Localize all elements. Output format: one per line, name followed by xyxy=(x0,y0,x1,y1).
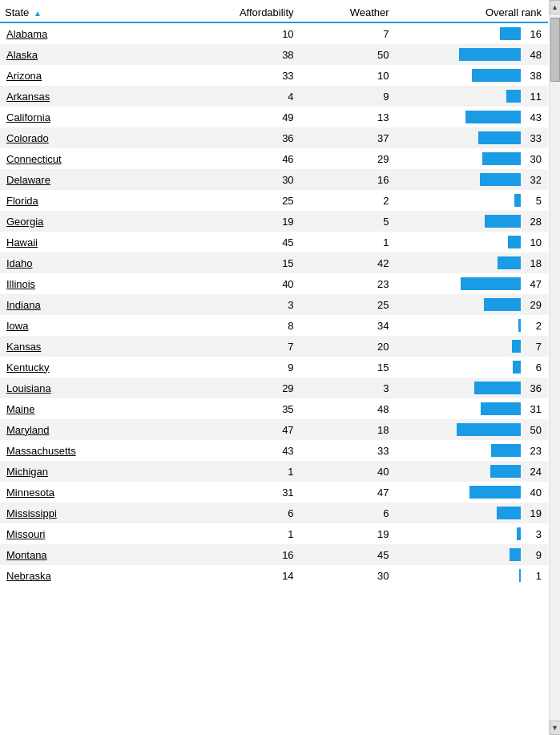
state-cell[interactable]: Maine xyxy=(0,398,191,419)
table-row: Florida2525 xyxy=(0,190,548,211)
rank-number: 9 xyxy=(524,549,542,561)
weather-cell: 15 xyxy=(310,357,405,378)
rank-number: 6 xyxy=(524,361,542,374)
rank-number: 5 xyxy=(524,195,542,207)
state-cell[interactable]: Alabama xyxy=(0,22,191,44)
rank-number: 43 xyxy=(524,111,542,123)
rank-bar xyxy=(472,69,521,82)
table-row: Connecticut462930 xyxy=(0,148,548,169)
state-cell[interactable]: Minnesota xyxy=(0,482,191,503)
overall-cell: 47 xyxy=(405,273,548,294)
table-row: Arkansas4911 xyxy=(0,86,548,107)
weather-cell: 5 xyxy=(310,211,405,232)
table-row: Mississippi6619 xyxy=(0,503,548,523)
sort-icon: ▲ xyxy=(34,9,42,18)
rank-number: 7 xyxy=(524,341,542,353)
state-cell[interactable]: Colorado xyxy=(0,127,191,148)
state-cell[interactable]: Idaho xyxy=(0,252,191,273)
affordability-cell: 36 xyxy=(191,127,310,148)
rank-bar xyxy=(481,402,521,415)
rank-number: 38 xyxy=(524,70,542,82)
weather-header[interactable]: Weather xyxy=(310,0,405,22)
state-cell[interactable]: Hawaii xyxy=(0,232,191,252)
overall-header[interactable]: Overall rank xyxy=(405,0,548,22)
state-cell[interactable]: Mississippi xyxy=(0,503,191,523)
overall-cell: 38 xyxy=(405,65,548,86)
overall-cell: 30 xyxy=(405,148,548,169)
rank-number: 1 xyxy=(524,570,542,582)
table-row: California491343 xyxy=(0,107,548,127)
rank-number: 40 xyxy=(524,487,542,499)
rank-number: 16 xyxy=(524,28,542,40)
state-cell[interactable]: Florida xyxy=(0,190,191,211)
state-header-label: State xyxy=(5,6,29,18)
state-cell[interactable]: Michigan xyxy=(0,461,191,482)
overall-cell: 11 xyxy=(405,86,548,107)
state-cell[interactable]: Indiana xyxy=(0,294,191,315)
state-cell[interactable]: Iowa xyxy=(0,315,191,336)
weather-cell: 9 xyxy=(310,86,405,107)
rank-number: 50 xyxy=(524,424,542,436)
affordability-header[interactable]: Affordability xyxy=(191,0,310,22)
overall-cell: 5 xyxy=(405,190,548,211)
rank-bar xyxy=(498,256,521,269)
table-row: Hawaii45110 xyxy=(0,232,548,252)
affordability-cell: 14 xyxy=(191,565,310,586)
state-cell[interactable]: Kansas xyxy=(0,336,191,357)
table-row: Idaho154218 xyxy=(0,252,548,273)
scrollbar-thumb[interactable] xyxy=(550,18,560,82)
table-row: Missouri1193 xyxy=(0,523,548,544)
state-cell[interactable]: Montana xyxy=(0,544,191,565)
state-header[interactable]: State ▲ xyxy=(0,0,191,22)
rank-bar xyxy=(480,173,521,186)
table-row: Kansas7207 xyxy=(0,336,548,357)
state-cell[interactable]: Maryland xyxy=(0,419,191,440)
rank-bar xyxy=(469,486,521,499)
state-cell[interactable]: Nebraska xyxy=(0,565,191,586)
weather-cell: 48 xyxy=(310,398,405,419)
scrollbar-track[interactable] xyxy=(550,14,561,735)
weather-cell: 42 xyxy=(310,252,405,273)
table-row: Arizona331038 xyxy=(0,65,548,86)
state-cell[interactable]: Louisiana xyxy=(0,378,191,398)
rank-bar xyxy=(517,527,521,540)
scroll-down-button[interactable]: ▼ xyxy=(550,721,561,735)
state-cell[interactable]: Illinois xyxy=(0,273,191,294)
rank-number: 48 xyxy=(524,49,542,61)
weather-cell: 37 xyxy=(310,127,405,148)
rank-bar xyxy=(465,111,521,123)
affordability-cell: 49 xyxy=(191,107,310,127)
rank-bar xyxy=(457,423,521,436)
affordability-cell: 3 xyxy=(191,294,310,315)
affordability-cell: 46 xyxy=(191,148,310,169)
state-cell[interactable]: Connecticut xyxy=(0,148,191,169)
state-cell[interactable]: Alaska xyxy=(0,44,191,65)
table-row: Delaware301632 xyxy=(0,169,548,190)
rank-bar xyxy=(519,569,521,582)
scroll-up-button[interactable]: ▲ xyxy=(550,0,561,14)
table-row: Kentucky9156 xyxy=(0,357,548,378)
weather-cell: 23 xyxy=(310,273,405,294)
state-cell[interactable]: Delaware xyxy=(0,169,191,190)
scrollbar[interactable]: ▲ ▼ xyxy=(549,0,560,735)
table-row: Maine354831 xyxy=(0,398,548,419)
table-body: Alabama10716Alaska385048Arizona331038Ark… xyxy=(0,22,548,586)
table-row: Michigan14024 xyxy=(0,461,548,482)
state-cell[interactable]: Arizona xyxy=(0,65,191,86)
state-cell[interactable]: Arkansas xyxy=(0,86,191,107)
overall-cell: 1 xyxy=(405,565,548,586)
affordability-cell: 45 xyxy=(191,232,310,252)
state-cell[interactable]: Kentucky xyxy=(0,357,191,378)
affordability-cell: 29 xyxy=(191,378,310,398)
overall-cell: 2 xyxy=(405,315,548,336)
overall-cell: 50 xyxy=(405,419,548,440)
table-row: Nebraska14301 xyxy=(0,565,548,586)
rank-bar xyxy=(514,194,521,207)
state-cell[interactable]: Missouri xyxy=(0,523,191,544)
state-cell[interactable]: Georgia xyxy=(0,211,191,232)
state-cell[interactable]: Massachusetts xyxy=(0,440,191,461)
state-cell[interactable]: California xyxy=(0,107,191,127)
affordability-cell: 10 xyxy=(191,22,310,44)
overall-cell: 48 xyxy=(405,44,548,65)
weather-cell: 18 xyxy=(310,419,405,440)
